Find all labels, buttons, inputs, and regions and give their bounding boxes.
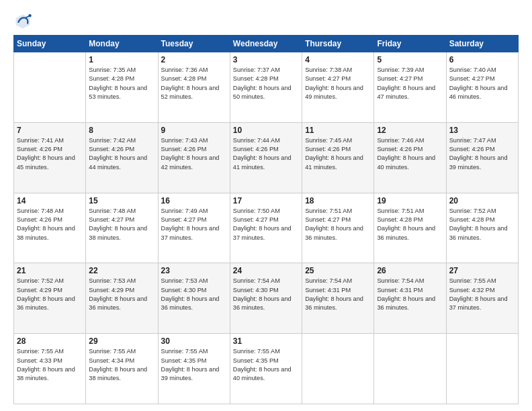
day-number: 19	[377, 196, 443, 205]
day-info: Sunrise: 7:55 AM Sunset: 4:35 PM Dayligh…	[161, 347, 227, 383]
calendar-cell: 15Sunrise: 7:48 AM Sunset: 4:27 PM Dayli…	[86, 193, 158, 263]
calendar-cell: 17Sunrise: 7:50 AM Sunset: 4:27 PM Dayli…	[230, 193, 302, 263]
day-info: Sunrise: 7:53 AM Sunset: 4:29 PM Dayligh…	[89, 277, 154, 312]
calendar-cell	[374, 334, 446, 404]
day-of-week-header: Thursday	[302, 36, 374, 52]
calendar-cell: 3Sunrise: 7:37 AM Sunset: 4:28 PM Daylig…	[230, 52, 302, 123]
day-info: Sunrise: 7:51 AM Sunset: 4:28 PM Dayligh…	[377, 207, 443, 242]
day-info: Sunrise: 7:48 AM Sunset: 4:26 PM Dayligh…	[17, 207, 83, 242]
calendar-cell: 18Sunrise: 7:51 AM Sunset: 4:27 PM Dayli…	[302, 193, 374, 263]
header	[13, 12, 519, 31]
day-of-week-header: Saturday	[446, 36, 518, 52]
day-info: Sunrise: 7:45 AM Sunset: 4:26 PM Dayligh…	[305, 136, 371, 172]
calendar-cell: 6Sunrise: 7:40 AM Sunset: 4:27 PM Daylig…	[446, 52, 518, 123]
day-number: 27	[449, 266, 515, 275]
day-info: Sunrise: 7:47 AM Sunset: 4:26 PM Dayligh…	[449, 136, 515, 172]
calendar-cell: 23Sunrise: 7:53 AM Sunset: 4:30 PM Dayli…	[158, 263, 230, 334]
logo-icon	[13, 12, 32, 31]
calendar-cell: 28Sunrise: 7:55 AM Sunset: 4:33 PM Dayli…	[14, 334, 86, 404]
day-info: Sunrise: 7:49 AM Sunset: 4:27 PM Dayligh…	[161, 207, 227, 242]
page: SundayMondayTuesdayWednesdayThursdayFrid…	[0, 0, 532, 411]
day-info: Sunrise: 7:54 AM Sunset: 4:31 PM Dayligh…	[377, 277, 443, 312]
day-number: 22	[89, 266, 154, 275]
day-info: Sunrise: 7:36 AM Sunset: 4:28 PM Dayligh…	[161, 66, 227, 101]
day-info: Sunrise: 7:40 AM Sunset: 4:27 PM Dayligh…	[449, 66, 515, 101]
day-number: 11	[305, 126, 371, 135]
day-number: 29	[89, 336, 154, 346]
day-number: 9	[161, 126, 227, 135]
calendar-cell: 1Sunrise: 7:35 AM Sunset: 4:28 PM Daylig…	[86, 52, 158, 123]
day-info: Sunrise: 7:52 AM Sunset: 4:28 PM Dayligh…	[449, 207, 515, 242]
day-number: 20	[449, 196, 515, 205]
calendar-cell: 16Sunrise: 7:49 AM Sunset: 4:27 PM Dayli…	[158, 193, 230, 263]
logo	[13, 12, 35, 31]
calendar-cell: 25Sunrise: 7:54 AM Sunset: 4:31 PM Dayli…	[302, 263, 374, 334]
day-info: Sunrise: 7:53 AM Sunset: 4:30 PM Dayligh…	[161, 277, 227, 312]
calendar-cell: 10Sunrise: 7:44 AM Sunset: 4:26 PM Dayli…	[230, 122, 302, 193]
day-number: 24	[233, 266, 299, 275]
day-number: 28	[17, 336, 83, 346]
calendar-cell: 31Sunrise: 7:55 AM Sunset: 4:35 PM Dayli…	[230, 334, 302, 404]
calendar-cell: 14Sunrise: 7:48 AM Sunset: 4:26 PM Dayli…	[14, 193, 86, 263]
day-number: 15	[89, 196, 154, 205]
day-number: 14	[17, 196, 83, 205]
calendar-header: SundayMondayTuesdayWednesdayThursdayFrid…	[14, 36, 519, 52]
calendar-cell: 8Sunrise: 7:42 AM Sunset: 4:26 PM Daylig…	[86, 122, 158, 193]
calendar-cell: 27Sunrise: 7:55 AM Sunset: 4:32 PM Dayli…	[446, 263, 518, 334]
day-number: 10	[233, 126, 299, 135]
day-of-week-header: Tuesday	[158, 36, 230, 52]
calendar-cell: 4Sunrise: 7:38 AM Sunset: 4:27 PM Daylig…	[302, 52, 374, 123]
days-of-week-row: SundayMondayTuesdayWednesdayThursdayFrid…	[14, 36, 519, 52]
day-info: Sunrise: 7:35 AM Sunset: 4:28 PM Dayligh…	[89, 66, 154, 101]
day-info: Sunrise: 7:50 AM Sunset: 4:27 PM Dayligh…	[233, 207, 299, 242]
day-number: 31	[233, 336, 299, 346]
calendar-cell: 24Sunrise: 7:54 AM Sunset: 4:30 PM Dayli…	[230, 263, 302, 334]
day-of-week-header: Sunday	[14, 36, 86, 52]
day-info: Sunrise: 7:55 AM Sunset: 4:33 PM Dayligh…	[17, 347, 83, 383]
day-info: Sunrise: 7:37 AM Sunset: 4:28 PM Dayligh…	[233, 66, 299, 101]
day-info: Sunrise: 7:41 AM Sunset: 4:26 PM Dayligh…	[17, 136, 83, 172]
day-info: Sunrise: 7:46 AM Sunset: 4:26 PM Dayligh…	[377, 136, 443, 172]
day-number: 2	[161, 55, 227, 64]
day-number: 18	[305, 196, 371, 205]
day-info: Sunrise: 7:54 AM Sunset: 4:30 PM Dayligh…	[233, 277, 299, 312]
day-info: Sunrise: 7:52 AM Sunset: 4:29 PM Dayligh…	[17, 277, 83, 312]
day-number: 21	[17, 266, 83, 275]
calendar-cell	[14, 52, 86, 123]
calendar-cell: 7Sunrise: 7:41 AM Sunset: 4:26 PM Daylig…	[14, 122, 86, 193]
day-number: 8	[89, 126, 154, 135]
day-info: Sunrise: 7:43 AM Sunset: 4:26 PM Dayligh…	[161, 136, 227, 172]
day-number: 23	[161, 266, 227, 275]
day-number: 4	[305, 55, 371, 64]
day-number: 30	[161, 336, 227, 346]
calendar-cell	[302, 334, 374, 404]
day-info: Sunrise: 7:38 AM Sunset: 4:27 PM Dayligh…	[305, 66, 371, 101]
day-number: 1	[89, 55, 154, 64]
calendar-cell: 11Sunrise: 7:45 AM Sunset: 4:26 PM Dayli…	[302, 122, 374, 193]
day-of-week-header: Wednesday	[230, 36, 302, 52]
calendar-cell: 9Sunrise: 7:43 AM Sunset: 4:26 PM Daylig…	[158, 122, 230, 193]
day-number: 25	[305, 266, 371, 275]
day-of-week-header: Friday	[374, 36, 446, 52]
day-number: 6	[449, 55, 515, 64]
calendar: SundayMondayTuesdayWednesdayThursdayFrid…	[13, 35, 519, 404]
day-info: Sunrise: 7:51 AM Sunset: 4:27 PM Dayligh…	[305, 207, 371, 242]
day-number: 5	[377, 55, 443, 64]
calendar-cell: 2Sunrise: 7:36 AM Sunset: 4:28 PM Daylig…	[158, 52, 230, 123]
calendar-week-row: 28Sunrise: 7:55 AM Sunset: 4:33 PM Dayli…	[14, 334, 519, 404]
calendar-cell: 26Sunrise: 7:54 AM Sunset: 4:31 PM Dayli…	[374, 263, 446, 334]
day-number: 3	[233, 55, 299, 64]
day-number: 12	[377, 126, 443, 135]
day-info: Sunrise: 7:55 AM Sunset: 4:35 PM Dayligh…	[233, 347, 299, 383]
calendar-cell: 12Sunrise: 7:46 AM Sunset: 4:26 PM Dayli…	[374, 122, 446, 193]
day-info: Sunrise: 7:44 AM Sunset: 4:26 PM Dayligh…	[233, 136, 299, 172]
day-number: 7	[17, 126, 83, 135]
calendar-cell: 20Sunrise: 7:52 AM Sunset: 4:28 PM Dayli…	[446, 193, 518, 263]
calendar-cell: 22Sunrise: 7:53 AM Sunset: 4:29 PM Dayli…	[86, 263, 158, 334]
day-info: Sunrise: 7:55 AM Sunset: 4:34 PM Dayligh…	[89, 347, 154, 383]
day-number: 26	[377, 266, 443, 275]
calendar-week-row: 1Sunrise: 7:35 AM Sunset: 4:28 PM Daylig…	[14, 52, 519, 123]
day-number: 13	[449, 126, 515, 135]
day-number: 16	[161, 196, 227, 205]
calendar-body: 1Sunrise: 7:35 AM Sunset: 4:28 PM Daylig…	[14, 52, 519, 404]
